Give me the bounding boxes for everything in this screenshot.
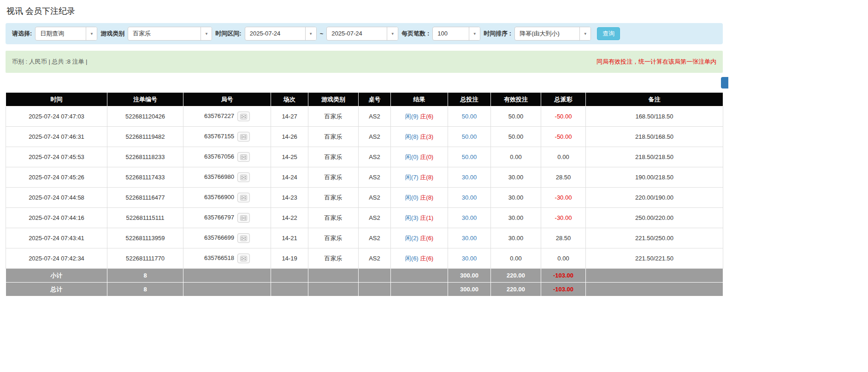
subtotal-total-bet: 300.00 <box>448 269 491 283</box>
bet-records-table: 时间 注单编号 局号 场次 游戏类别 桌号 结果 总投注 有效投注 总派彩 备注… <box>6 92 723 296</box>
query-button[interactable]: 查询 <box>597 27 620 40</box>
currency-summary-text: 币别 : 人民币 | 总共 :8 注单 | <box>12 58 88 66</box>
result-player: 闲(2) <box>405 235 419 242</box>
query-type-select[interactable]: 日期查询 ▼ <box>35 27 97 41</box>
date-from-picker[interactable]: 2025-07-24 ▼ <box>245 27 317 41</box>
cell-round-id: 635766518 <box>183 248 271 269</box>
cell-bet-id: 522681115111 <box>107 208 183 228</box>
cell-note: 190.00/218.50 <box>586 167 723 188</box>
cell-session: 14-23 <box>271 188 308 208</box>
clipped-action-button[interactable] <box>721 77 728 89</box>
cell-note: 220.00/190.00 <box>586 188 723 208</box>
header-round-id: 局号 <box>183 93 271 106</box>
cell-note: 221.50/250.00 <box>586 228 723 248</box>
cell-total-bet[interactable]: 30.00 <box>448 167 491 188</box>
dice-icon[interactable] <box>237 233 250 243</box>
result-player: 闲(0) <box>405 154 419 160</box>
summary-bar: 币别 : 人民币 | 总共 :8 注单 | 同局有效投注，统一计算在该局第一张注… <box>6 51 723 73</box>
result-player: 闲(9) <box>405 113 419 120</box>
cell-time: 2025-07-24 07:42:34 <box>6 248 107 269</box>
time-range-label: 时间区间: <box>215 30 241 38</box>
cell-game-type: 百家乐 <box>308 167 359 188</box>
sort-select[interactable]: 降幂(由大到小) ▼ <box>514 27 591 41</box>
sort-value: 降幂(由大到小) <box>515 27 579 40</box>
game-type-select[interactable]: 百家乐 ▼ <box>128 27 212 41</box>
round-id-text: 635767227 <box>204 112 234 119</box>
result-player: 闲(0) <box>405 194 419 201</box>
result-player: 闲(8) <box>405 133 419 140</box>
cell-total-bet[interactable]: 30.00 <box>448 188 491 208</box>
cell-table-no: AS2 <box>359 127 391 147</box>
dice-icon[interactable] <box>237 213 250 223</box>
dice-icon[interactable] <box>237 172 250 182</box>
header-total-bet: 总投注 <box>448 93 491 106</box>
cell-valid-bet: 30.00 <box>491 208 541 228</box>
cell-time: 2025-07-24 07:45:26 <box>6 167 107 188</box>
dice-icon[interactable] <box>237 112 250 121</box>
cell-total-bet[interactable]: 30.00 <box>448 228 491 248</box>
cell-result: 闲(6) 庄(6) <box>391 248 448 269</box>
table-toolbar <box>6 73 728 92</box>
date-to-picker[interactable]: 2025-07-24 ▼ <box>326 27 398 41</box>
result-banker: 庄(6) <box>420 113 433 120</box>
cell-total-bet[interactable]: 50.00 <box>448 106 491 127</box>
subtotal-count: 8 <box>107 269 183 283</box>
table-header: 时间 注单编号 局号 场次 游戏类别 桌号 结果 总投注 有效投注 总派彩 备注 <box>6 93 723 106</box>
total-count: 8 <box>107 283 183 296</box>
cell-time: 2025-07-24 07:45:53 <box>6 147 107 167</box>
result-player: 闲(3) <box>405 214 419 221</box>
cell-time: 2025-07-24 07:44:58 <box>6 188 107 208</box>
cell-valid-bet: 0.00 <box>491 147 541 167</box>
table-row: 2025-07-24 07:45:26 522681117433 6357669… <box>6 167 723 188</box>
table-row: 2025-07-24 07:42:34 522681111770 6357665… <box>6 248 723 269</box>
subtotal-valid-bet: 220.00 <box>491 269 541 283</box>
dice-icon[interactable] <box>237 193 250 202</box>
game-type-label: 游戏类别 <box>100 30 124 38</box>
cell-round-id: 635767155 <box>183 127 271 147</box>
cell-result: 闲(7) 庄(8) <box>391 167 448 188</box>
cell-payout: 0.00 <box>541 147 586 167</box>
per-page-select[interactable]: 100 ▼ <box>432 27 480 41</box>
header-note: 备注 <box>586 93 723 106</box>
result-player: 闲(7) <box>405 174 419 181</box>
cell-round-id: 635766900 <box>183 188 271 208</box>
cell-table-no: AS2 <box>359 106 391 127</box>
cell-result: 闲(9) 庄(6) <box>391 106 448 127</box>
cell-session: 14-26 <box>271 127 308 147</box>
cell-game-type: 百家乐 <box>308 188 359 208</box>
result-banker: 庄(1) <box>420 214 433 221</box>
filter-bar: 请选择: 日期查询 ▼ 游戏类别 百家乐 ▼ 时间区间: 2025-07-24 … <box>6 23 723 44</box>
cell-total-bet[interactable]: 30.00 <box>448 248 491 269</box>
header-session: 场次 <box>271 93 308 106</box>
header-time: 时间 <box>6 93 107 106</box>
dice-icon[interactable] <box>237 132 250 142</box>
per-page-label: 每页笔数 : <box>402 30 429 38</box>
table-row: 2025-07-24 07:43:41 522681113959 6357666… <box>6 228 723 248</box>
cell-total-bet[interactable]: 50.00 <box>448 127 491 147</box>
cell-payout: 28.50 <box>541 167 586 188</box>
date-from-value: 2025-07-24 <box>245 27 305 40</box>
cell-session: 14-24 <box>271 167 308 188</box>
chevron-down-icon: ▼ <box>387 27 398 40</box>
cell-total-bet[interactable]: 30.00 <box>448 208 491 228</box>
cell-game-type: 百家乐 <box>308 147 359 167</box>
total-valid-bet: 220.00 <box>491 283 541 296</box>
dice-icon[interactable] <box>237 152 250 162</box>
subtotal-label: 小计 <box>6 269 107 283</box>
result-player: 闲(6) <box>405 255 419 262</box>
cell-total-bet[interactable]: 50.00 <box>448 147 491 167</box>
cell-time: 2025-07-24 07:46:31 <box>6 127 107 147</box>
cell-round-id: 635766797 <box>183 208 271 228</box>
cell-round-id: 635766699 <box>183 228 271 248</box>
date-to-value: 2025-07-24 <box>327 27 387 40</box>
cell-bet-id: 522681120426 <box>107 106 183 127</box>
cell-round-id: 635766980 <box>183 167 271 188</box>
sort-label: 时间排序 : <box>484 30 511 38</box>
range-separator: ~ <box>320 30 324 37</box>
cell-table-no: AS2 <box>359 248 391 269</box>
cell-game-type: 百家乐 <box>308 228 359 248</box>
cell-table-no: AS2 <box>359 208 391 228</box>
header-table-no: 桌号 <box>359 93 391 106</box>
cell-valid-bet: 50.00 <box>491 127 541 147</box>
dice-icon[interactable] <box>237 254 250 263</box>
